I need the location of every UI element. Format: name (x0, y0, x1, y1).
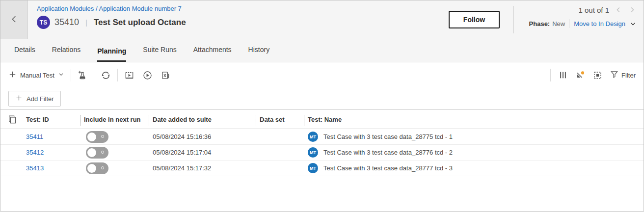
planning-toolbar: Manual Test (0, 62, 644, 88)
toggle-ring (101, 166, 104, 169)
toggle-knob (87, 164, 96, 173)
manual-test-badge: MT (308, 132, 318, 142)
add-manual-test-button[interactable]: Manual Test (8, 70, 64, 80)
breadcrumb[interactable]: Application Modules / Application Module… (37, 5, 182, 12)
add-test-flask-icon[interactable] (78, 70, 87, 80)
columns-icon[interactable] (559, 71, 567, 80)
column-header-test-name[interactable]: Test: Name (308, 116, 644, 123)
entity-title: Test Set upload Octane (94, 18, 186, 27)
date-added-cell: 05/08/2024 15:16:36 (153, 133, 260, 140)
phase-label: Phase: (529, 20, 550, 27)
tab-details[interactable]: Details (14, 46, 35, 62)
include-in-next-run-toggle[interactable] (86, 147, 108, 159)
refresh-icon[interactable] (101, 70, 111, 80)
table-row[interactable]: 35411 05/08/2024 15:16:36 MT Test Case w… (0, 129, 644, 145)
toolbar-divider (117, 69, 118, 81)
toggle-ring (101, 135, 104, 138)
header-right-panel: 1 out of 1 Phase: New Move to In Design (514, 0, 644, 39)
entity-header: Application Modules / Application Module… (0, 0, 644, 39)
entity-id: 35410 (54, 17, 79, 27)
toggle-knob (87, 133, 96, 141)
phase-action-link[interactable]: Move to In Design (574, 20, 625, 27)
select-all-icon[interactable] (7, 114, 26, 124)
phase-value: New (552, 20, 565, 27)
tab-bar: Details Relations Planning Suite Runs At… (0, 39, 644, 62)
entity-info: Application Modules / Application Module… (28, 0, 186, 39)
table-row[interactable]: 35413 05/08/2024 15:17:32 MT Test Case w… (0, 160, 644, 176)
filter-button[interactable]: Filter (610, 70, 636, 80)
sort-icon[interactable] (575, 70, 585, 80)
test-id-link[interactable]: 35411 (26, 133, 84, 140)
test-name: Test Case with 3 test case data_28776 tc… (323, 149, 453, 156)
column-header-date-added[interactable]: Date added to suite (153, 116, 260, 123)
phase-divider (569, 19, 569, 28)
test-set-panel: Application Modules / Application Module… (0, 0, 644, 212)
plus-icon (15, 94, 23, 103)
test-suite-badge: TS (37, 16, 50, 29)
grid-header: Test: ID Include in next run Date added … (0, 109, 644, 129)
run-icon[interactable] (142, 70, 153, 80)
include-in-next-run-toggle[interactable] (86, 162, 108, 174)
test-id-link[interactable]: 35413 (26, 164, 84, 172)
chevron-down-icon (58, 71, 64, 79)
phase-chevron-down-icon[interactable] (629, 20, 637, 27)
export-excel-icon[interactable] (161, 70, 171, 80)
select-columns-icon[interactable] (593, 71, 602, 80)
tab-suite-runs[interactable]: Suite Runs (143, 46, 176, 62)
toggle-knob (87, 148, 96, 157)
column-header-include-in-next-run[interactable]: Include in next run (84, 116, 153, 123)
prev-item-icon[interactable] (614, 5, 623, 14)
add-filter-label: Add Filter (27, 95, 54, 103)
filter-label: Filter (621, 72, 636, 79)
manual-test-label: Manual Test (20, 72, 54, 79)
chevron-left-icon (9, 14, 20, 26)
planned-runs-icon[interactable] (124, 70, 134, 80)
tab-history[interactable]: History (248, 46, 270, 62)
test-id-link[interactable]: 35412 (26, 149, 84, 156)
tab-planning[interactable]: Planning (97, 47, 126, 62)
toggle-ring (101, 151, 104, 154)
manual-test-badge: MT (308, 147, 318, 158)
toolbar-divider (550, 69, 551, 81)
test-name: Test Case with 3 test case data_28777 tc… (323, 164, 453, 172)
funnel-icon (610, 70, 618, 80)
next-item-icon[interactable] (628, 5, 637, 14)
id-title-divider: | (83, 18, 89, 27)
plus-icon (8, 70, 17, 80)
table-row[interactable]: 35412 05/08/2024 15:17:04 MT Test Case w… (0, 145, 644, 160)
toolbar-divider (71, 69, 71, 81)
manual-test-badge: MT (308, 163, 318, 173)
add-filter-button[interactable]: Add Filter (8, 91, 61, 107)
date-added-cell: 05/08/2024 15:17:04 (153, 149, 260, 156)
date-added-cell: 05/08/2024 15:17:32 (153, 164, 260, 172)
tab-attachments[interactable]: Attachments (193, 46, 232, 62)
filter-row: Add Filter (0, 88, 644, 109)
toolbar-divider (94, 69, 94, 81)
include-in-next-run-toggle[interactable] (86, 131, 108, 143)
back-button[interactable] (0, 0, 28, 39)
column-header-data-set[interactable]: Data set (260, 116, 308, 123)
tab-relations[interactable]: Relations (52, 46, 80, 62)
pagination-text: 1 out of 1 (578, 6, 609, 14)
test-name: Test Case with 3 test case data_28775 tc… (323, 133, 453, 140)
column-header-test-id[interactable]: Test: ID (26, 116, 84, 123)
follow-button[interactable]: Follow (449, 11, 500, 28)
